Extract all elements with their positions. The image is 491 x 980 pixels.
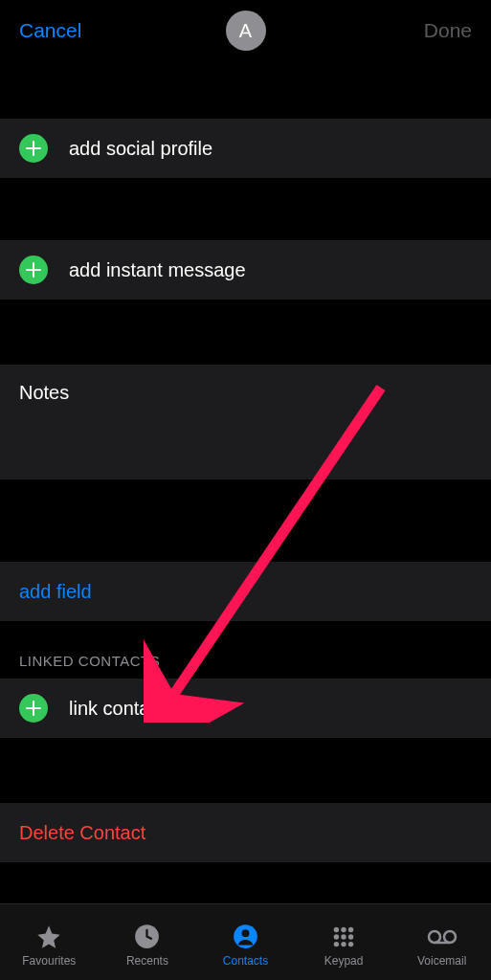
svg-point-11 bbox=[348, 941, 353, 946]
svg-point-12 bbox=[429, 931, 440, 943]
tab-favourites-label: Favourites bbox=[22, 954, 76, 968]
spacer bbox=[0, 300, 491, 365]
notes-field[interactable]: Notes bbox=[0, 365, 491, 479]
delete-contact-label: Delete Contact bbox=[19, 822, 145, 844]
clock-icon bbox=[134, 924, 160, 950]
tab-contacts[interactable]: Contacts bbox=[196, 924, 295, 968]
spacer bbox=[0, 738, 491, 803]
link-contacts-label: link contacts... bbox=[69, 698, 190, 720]
tab-voicemail[interactable]: Voicemail bbox=[392, 924, 491, 968]
cancel-button[interactable]: Cancel bbox=[19, 19, 81, 42]
add-field-row[interactable]: add field bbox=[0, 562, 491, 621]
voicemail-icon bbox=[427, 924, 458, 950]
svg-point-4 bbox=[341, 926, 346, 931]
person-icon bbox=[233, 924, 258, 950]
add-field-label: add field bbox=[19, 581, 92, 603]
spacer bbox=[0, 479, 491, 562]
svg-point-3 bbox=[334, 926, 339, 931]
tab-contacts-label: Contacts bbox=[223, 954, 268, 968]
tab-keypad-label: Keypad bbox=[324, 954, 364, 968]
link-contacts-row[interactable]: link contacts... bbox=[0, 679, 491, 738]
svg-point-9 bbox=[334, 941, 339, 946]
done-button[interactable]: Done bbox=[424, 19, 472, 42]
svg-point-7 bbox=[341, 934, 346, 939]
svg-point-10 bbox=[341, 941, 346, 946]
add-instant-message-row[interactable]: add instant message bbox=[0, 240, 491, 300]
add-instant-message-label: add instant message bbox=[69, 259, 246, 281]
add-social-profile-label: add social profile bbox=[69, 138, 212, 160]
star-icon bbox=[35, 924, 62, 950]
delete-contact-row[interactable]: Delete Contact bbox=[0, 803, 491, 862]
tab-bar: Favourites Recents Contacts Keypad Voice… bbox=[0, 903, 491, 980]
contact-avatar[interactable]: A bbox=[226, 11, 266, 51]
svg-point-8 bbox=[348, 934, 353, 939]
tab-voicemail-label: Voicemail bbox=[417, 954, 466, 968]
spacer bbox=[0, 178, 491, 240]
keypad-icon bbox=[331, 924, 356, 950]
svg-point-5 bbox=[348, 926, 353, 931]
add-social-profile-row[interactable]: add social profile bbox=[0, 119, 491, 178]
plus-icon bbox=[19, 134, 48, 163]
avatar-container: A bbox=[226, 11, 266, 51]
nav-bar: Cancel A Done bbox=[0, 0, 491, 61]
tab-recents-label: Recents bbox=[126, 954, 168, 968]
section-gap: LINKED CONTACTS bbox=[0, 621, 491, 679]
svg-point-6 bbox=[334, 934, 339, 939]
svg-point-13 bbox=[444, 931, 456, 943]
svg-point-2 bbox=[242, 929, 250, 937]
plus-icon bbox=[19, 694, 48, 723]
tab-favourites[interactable]: Favourites bbox=[0, 924, 99, 968]
spacer bbox=[0, 61, 491, 119]
linked-contacts-header: LINKED CONTACTS bbox=[0, 653, 179, 679]
tab-keypad[interactable]: Keypad bbox=[295, 924, 393, 968]
tab-recents[interactable]: Recents bbox=[99, 924, 197, 968]
notes-label: Notes bbox=[19, 382, 69, 403]
plus-icon bbox=[19, 256, 48, 284]
